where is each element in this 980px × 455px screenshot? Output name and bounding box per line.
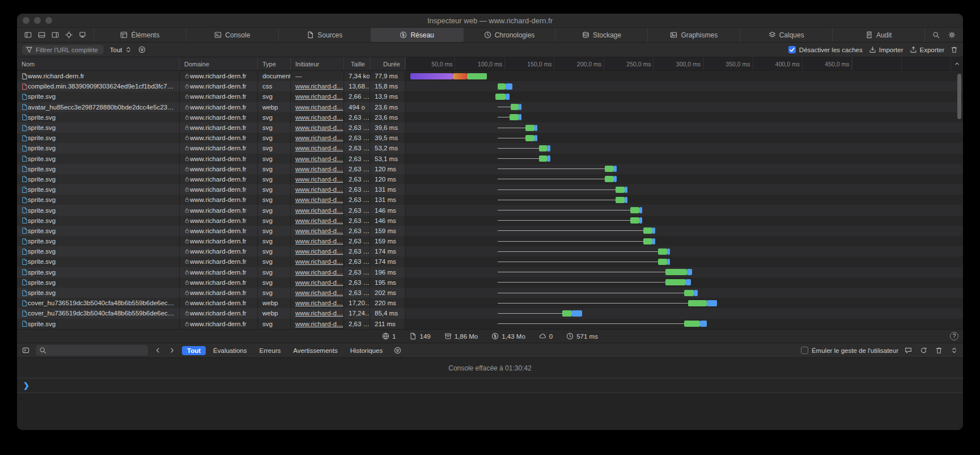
network-request-row[interactable]: sprite.svgwww.richard-dern.frsvgwww.rich… bbox=[17, 236, 963, 246]
column-header-domaine[interactable]: Domaine bbox=[180, 57, 258, 70]
tab-audit[interactable]: Audit bbox=[832, 28, 924, 42]
network-request-row[interactable]: sprite.svgwww.richard-dern.frsvgwww.rich… bbox=[17, 205, 963, 215]
column-header-initiateur[interactable]: Initiateur bbox=[291, 57, 344, 70]
initiator-link[interactable]: www.richard-d… bbox=[295, 228, 343, 234]
initiator-link[interactable]: www.richard-d… bbox=[295, 289, 343, 296]
network-request-row[interactable]: sprite.svgwww.richard-dern.frsvgwww.rich… bbox=[17, 267, 963, 277]
console-search-input[interactable] bbox=[36, 345, 148, 356]
dock-left-icon[interactable] bbox=[24, 31, 32, 39]
dock-bottom-icon[interactable] bbox=[38, 31, 45, 39]
help-button[interactable]: ? bbox=[950, 332, 958, 340]
element-picker-icon[interactable] bbox=[65, 31, 73, 39]
console-scope-icon[interactable] bbox=[22, 347, 29, 354]
network-request-row[interactable]: sprite.svgwww.richard-dern.frsvgwww.rich… bbox=[17, 246, 963, 256]
collapse-waterfall-icon[interactable] bbox=[953, 60, 961, 68]
initiator-link[interactable]: www.richard-d… bbox=[295, 238, 343, 245]
initiator-link[interactable]: www.richard-d… bbox=[295, 145, 343, 151]
network-request-row[interactable]: compiled.min.38390909f303624ed9e1cf1bd3f… bbox=[17, 81, 963, 91]
vertical-scrollbar-thumb[interactable] bbox=[957, 74, 961, 119]
console-filter-avertissements[interactable]: Avertissements bbox=[288, 346, 342, 355]
initiator-link[interactable]: www.richard-d… bbox=[295, 155, 343, 162]
url-filter-input[interactable]: Filtrer l'URL complète bbox=[22, 45, 104, 54]
console-trash-icon[interactable] bbox=[935, 347, 943, 354]
tab-calques[interactable]: Calques bbox=[740, 28, 832, 42]
initiator-link[interactable]: www.richard-d… bbox=[295, 186, 343, 193]
network-request-row[interactable]: sprite.svgwww.richard-dern.frsvgwww.rich… bbox=[17, 123, 963, 133]
column-header-taille[interactable]: Taille bbox=[344, 57, 370, 70]
network-request-row[interactable]: sprite.svgwww.richard-dern.frsvgwww.rich… bbox=[17, 195, 963, 205]
initiator-link[interactable]: www.richard-d… bbox=[295, 104, 343, 111]
column-header-type[interactable]: Type bbox=[258, 57, 291, 70]
initiator-link[interactable]: www.richard-d… bbox=[295, 124, 343, 131]
initiator-link[interactable]: www.richard-d… bbox=[295, 176, 343, 183]
network-request-row[interactable]: sprite.svgwww.richard-dern.frsvgwww.rich… bbox=[17, 256, 963, 267]
network-request-row[interactable]: sprite.svgwww.richard-dern.frsvgwww.rich… bbox=[17, 277, 963, 288]
initiator-link[interactable]: www.richard-d… bbox=[295, 93, 343, 100]
network-request-row[interactable]: sprite.svgwww.richard-dern.frsvgwww.rich… bbox=[17, 112, 963, 123]
network-request-row[interactable]: www.richard-dern.frwww.richard-dern.frdo… bbox=[17, 71, 963, 81]
network-request-row[interactable]: sprite.svgwww.richard-dern.frsvgwww.rich… bbox=[17, 91, 963, 102]
console-filter-evaluations[interactable]: Évaluations bbox=[208, 346, 252, 355]
nav-forward-icon[interactable] bbox=[168, 347, 176, 354]
initiator-link[interactable]: www.richard-d… bbox=[295, 310, 343, 317]
tab-chronologies[interactable]: Chronologies bbox=[463, 28, 555, 42]
initiator-link[interactable]: www.richard-d… bbox=[295, 269, 343, 276]
console-filter-options-icon[interactable] bbox=[394, 347, 401, 354]
emulate-user-gesture-checkbox[interactable]: Émuler le geste de l'utilisateur bbox=[801, 347, 898, 354]
tab-reseau[interactable]: Réseau bbox=[371, 28, 463, 42]
disable-caches-checkbox[interactable]: Désactiver les caches bbox=[788, 46, 863, 53]
zoom-window-button[interactable] bbox=[45, 17, 52, 24]
console-messages-icon[interactable] bbox=[905, 347, 912, 354]
console-filter-historiques[interactable]: Historiques bbox=[345, 346, 388, 355]
clear-console-reload-icon[interactable] bbox=[920, 347, 927, 354]
initiator-link[interactable]: www.richard-d… bbox=[295, 166, 343, 172]
expand-console-icon[interactable] bbox=[951, 347, 958, 354]
network-request-row[interactable]: sprite.svgwww.richard-dern.frsvgwww.rich… bbox=[17, 143, 963, 153]
tab-graphismes[interactable]: Graphismes bbox=[647, 28, 740, 42]
tab-elements[interactable]: Éléments bbox=[94, 28, 186, 42]
nav-back-icon[interactable] bbox=[154, 347, 162, 354]
clear-network-trash-icon[interactable] bbox=[951, 46, 958, 53]
export-button[interactable]: Exporter bbox=[910, 46, 944, 53]
responsive-mode-icon[interactable] bbox=[79, 31, 86, 39]
network-request-row[interactable]: avatar_hu85ecc3e298728880b0bde2dcc4e5c23… bbox=[17, 102, 963, 112]
network-request-row[interactable]: sprite.svgwww.richard-dern.frsvgwww.rich… bbox=[17, 226, 963, 236]
network-request-row[interactable]: sprite.svgwww.richard-dern.frsvgwww.rich… bbox=[17, 216, 963, 226]
resource-type-dropdown[interactable]: Tout bbox=[110, 46, 132, 53]
network-request-row[interactable]: cover_hu736519dc3b5040cfa48b6b559b6de6ec… bbox=[17, 298, 963, 308]
column-header-nom[interactable]: Nom bbox=[17, 57, 180, 70]
tab-stockage[interactable]: Stockage bbox=[555, 28, 647, 42]
initiator-link[interactable]: www.richard-d… bbox=[295, 134, 343, 141]
console-filter-tout[interactable]: Tout bbox=[182, 346, 206, 355]
dock-right-icon[interactable] bbox=[52, 31, 59, 39]
network-request-row[interactable]: sprite.svgwww.richard-dern.frsvgwww.rich… bbox=[17, 184, 963, 195]
initiator-link[interactable]: www.richard-d… bbox=[295, 300, 343, 306]
initiator-link[interactable]: www.richard-d… bbox=[295, 258, 343, 265]
initiator-link[interactable]: www.richard-d… bbox=[295, 114, 343, 121]
network-request-row[interactable]: sprite.svgwww.richard-dern.frsvgwww.rich… bbox=[17, 319, 963, 329]
close-window-button[interactable] bbox=[23, 17, 29, 24]
import-button[interactable]: Importer bbox=[869, 46, 903, 53]
network-request-row[interactable]: sprite.svgwww.richard-dern.frsvgwww.rich… bbox=[17, 174, 963, 184]
search-icon[interactable] bbox=[932, 31, 940, 39]
filter-options-icon[interactable] bbox=[138, 46, 146, 53]
console-filter-erreurs[interactable]: Erreurs bbox=[254, 346, 286, 355]
gear-icon[interactable] bbox=[948, 31, 956, 39]
network-request-row[interactable]: sprite.svgwww.richard-dern.frsvgwww.rich… bbox=[17, 164, 963, 174]
console-empty-area[interactable] bbox=[17, 393, 963, 430]
initiator-link[interactable]: www.richard-d… bbox=[295, 321, 343, 327]
network-request-row[interactable]: sprite.svgwww.richard-dern.frsvgwww.rich… bbox=[17, 288, 963, 298]
column-header-duree[interactable]: Durée bbox=[370, 57, 405, 70]
initiator-link[interactable]: www.richard-d… bbox=[295, 279, 343, 286]
initiator-link[interactable]: www.richard-d… bbox=[295, 248, 343, 255]
tab-sources[interactable]: Sources bbox=[278, 28, 371, 42]
initiator-link[interactable]: www.richard-d… bbox=[295, 217, 343, 224]
initiator-link[interactable]: www.richard-d… bbox=[295, 83, 343, 90]
network-request-row[interactable]: cover_hu736519dc3b5040cfa48b6b559b6de6ec… bbox=[17, 308, 963, 318]
initiator-link[interactable]: www.richard-d… bbox=[295, 207, 343, 214]
network-request-row[interactable]: sprite.svgwww.richard-dern.frsvgwww.rich… bbox=[17, 133, 963, 143]
console-prompt[interactable]: ❯ bbox=[17, 378, 963, 393]
minimize-window-button[interactable] bbox=[34, 17, 41, 24]
network-request-row[interactable]: sprite.svgwww.richard-dern.frsvgwww.rich… bbox=[17, 154, 963, 164]
tab-console[interactable]: Console bbox=[186, 28, 278, 42]
